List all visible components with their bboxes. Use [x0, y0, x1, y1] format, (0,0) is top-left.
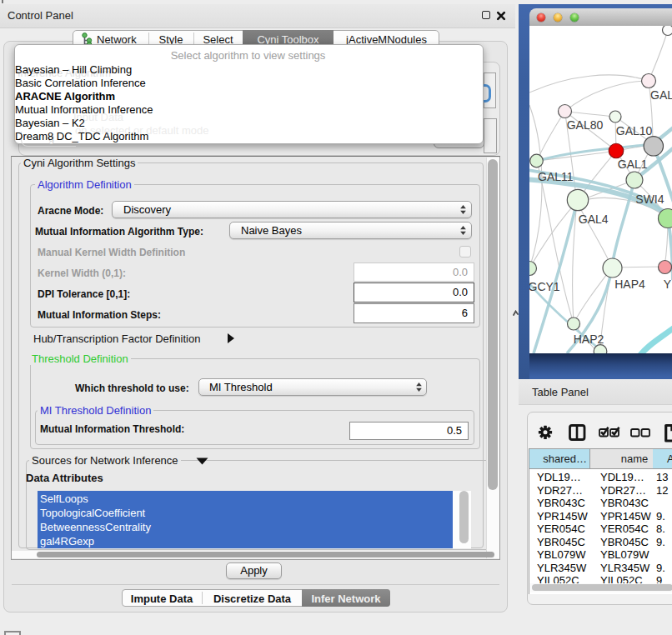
- svg-text:GCY1: GCY1: [529, 280, 560, 293]
- svg-text:GAL4: GAL4: [579, 212, 609, 226]
- svg-text:Y: Y: [664, 278, 672, 291]
- svg-text:HAP2: HAP2: [574, 332, 604, 346]
- svg-text:GAL1: GAL1: [618, 158, 648, 171]
- svg-text:GAL80: GAL80: [567, 118, 604, 132]
- svg-text:SWI4: SWI4: [635, 192, 664, 206]
- svg-text:GAL11: GAL11: [538, 170, 574, 183]
- svg-text:GAL: GAL: [650, 88, 672, 102]
- svg-text:GAL10: GAL10: [616, 124, 653, 138]
- svg-text:HAP4: HAP4: [614, 278, 645, 291]
